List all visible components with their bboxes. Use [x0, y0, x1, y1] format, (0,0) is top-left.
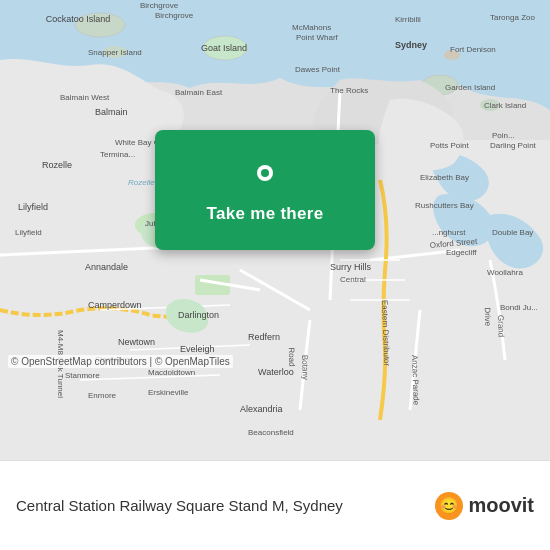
svg-text:Beaconsfield: Beaconsfield	[248, 428, 294, 437]
moovit-brand-name: moovit	[468, 494, 534, 517]
svg-text:Elizabeth Bay: Elizabeth Bay	[420, 173, 469, 182]
svg-text:Darlington: Darlington	[178, 310, 219, 320]
svg-text:Botany: Botany	[300, 355, 310, 380]
svg-text:Eveleigh: Eveleigh	[180, 344, 215, 354]
svg-text:Birchgrove: Birchgrove	[140, 1, 179, 10]
svg-text:Goat Island: Goat Island	[201, 43, 247, 53]
svg-text:McMahons: McMahons	[292, 23, 331, 32]
svg-text:Taronga Zoo: Taronga Zoo	[490, 13, 535, 22]
map-container: Cockatoo Island Goat Island Birchgrove B…	[0, 0, 550, 460]
moovit-brand-icon: 😊	[434, 491, 464, 521]
svg-text:Potts Point: Potts Point	[430, 141, 469, 150]
svg-text:Alexandria: Alexandria	[240, 404, 283, 414]
svg-text:Stanmore: Stanmore	[65, 371, 100, 380]
svg-text:Termina...: Termina...	[100, 150, 135, 159]
svg-text:Kirribilli: Kirribilli	[395, 15, 421, 24]
svg-text:Macdoldtown: Macdoldtown	[148, 368, 195, 377]
svg-text:Grand: Grand	[496, 315, 506, 338]
svg-text:Point Wharf: Point Wharf	[296, 33, 339, 42]
svg-text:😊: 😊	[439, 496, 459, 515]
svg-text:Redfern: Redfern	[248, 332, 280, 342]
svg-text:Lilyfield: Lilyfield	[18, 202, 48, 212]
overlay-card: Take me there	[155, 130, 375, 250]
svg-text:Lilyfield: Lilyfield	[15, 228, 42, 237]
svg-text:Camperdown: Camperdown	[88, 300, 142, 310]
moovit-logo: 😊 moovit	[434, 491, 534, 521]
svg-text:Darling Point: Darling Point	[490, 141, 537, 150]
take-me-there-button[interactable]: Take me there	[207, 204, 324, 224]
svg-text:Balmain West: Balmain West	[60, 93, 110, 102]
station-info: Central Station Railway Square Stand M, …	[16, 496, 422, 516]
svg-text:Surry Hills: Surry Hills	[330, 262, 372, 272]
svg-text:Sydney: Sydney	[395, 40, 427, 50]
svg-text:Drive: Drive	[483, 307, 493, 327]
svg-text:Woollahra: Woollahra	[487, 268, 523, 277]
svg-text:Birchgrove: Birchgrove	[155, 11, 194, 20]
svg-text:Edgecliff: Edgecliff	[446, 248, 477, 257]
svg-text:Bondi Ju...: Bondi Ju...	[500, 303, 538, 312]
svg-text:Balmain: Balmain	[95, 107, 128, 117]
location-pin-icon	[245, 156, 285, 196]
svg-text:Rozelle: Rozelle	[42, 160, 72, 170]
svg-text:Balmain East: Balmain East	[175, 88, 223, 97]
svg-text:Snapper Island: Snapper Island	[88, 48, 142, 57]
map-copyright: © OpenStreetMap contributors | © OpenMap…	[8, 355, 233, 368]
svg-text:Erskineville: Erskineville	[148, 388, 189, 397]
svg-text:Dawes Point: Dawes Point	[295, 65, 341, 74]
svg-text:Clark Island: Clark Island	[484, 101, 526, 110]
svg-text:Central: Central	[340, 275, 366, 284]
svg-text:Fort Denison: Fort Denison	[450, 45, 496, 54]
bottom-bar: Central Station Railway Square Stand M, …	[0, 460, 550, 550]
svg-text:Waterloo: Waterloo	[258, 367, 294, 377]
svg-text:Garden Island: Garden Island	[445, 83, 495, 92]
svg-text:Anzac Parade: Anzac Parade	[410, 355, 421, 406]
svg-text:Road: Road	[287, 347, 297, 366]
svg-text:Double Bay: Double Bay	[492, 228, 533, 237]
svg-point-84	[261, 169, 269, 177]
svg-text:Enmore: Enmore	[88, 391, 117, 400]
svg-text:...nghurst: ...nghurst	[432, 228, 466, 237]
station-name: Central Station Railway Square Stand M, …	[16, 496, 422, 516]
svg-text:Poin...: Poin...	[492, 131, 515, 140]
svg-text:Newtown: Newtown	[118, 337, 155, 347]
svg-text:Cockatoo Island: Cockatoo Island	[46, 14, 111, 24]
svg-text:Annandale: Annandale	[85, 262, 128, 272]
svg-text:The Rocks: The Rocks	[330, 86, 368, 95]
svg-text:Rushcutters Bay: Rushcutters Bay	[415, 201, 474, 210]
